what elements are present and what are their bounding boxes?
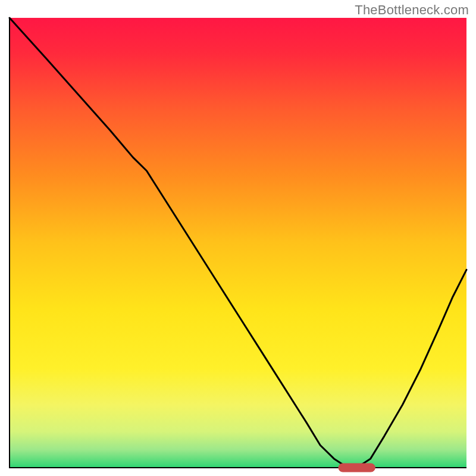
gradient-background	[10, 18, 466, 468]
chart-container: { "watermark": "TheBottleneck.com", "cha…	[0, 0, 476, 476]
optimal-marker	[339, 464, 375, 472]
watermark-text: TheBottleneck.com	[355, 2, 469, 18]
bottleneck-chart	[0, 0, 476, 476]
